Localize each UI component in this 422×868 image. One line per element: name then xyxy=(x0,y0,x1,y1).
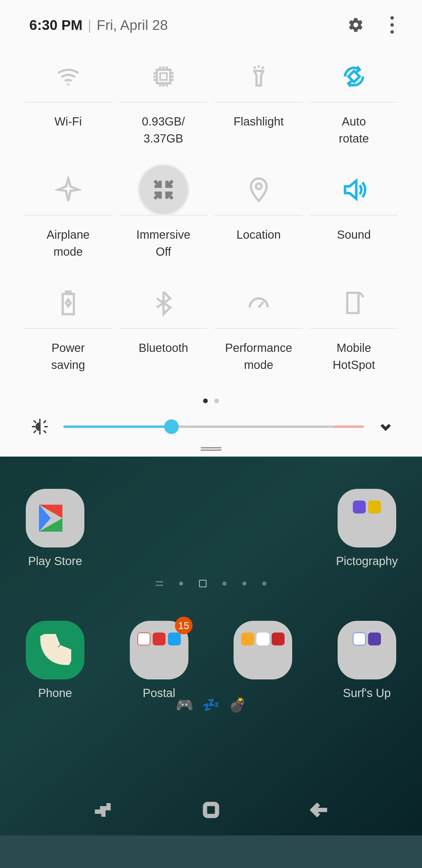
folder-icon xyxy=(337,621,396,679)
chip-icon xyxy=(150,63,177,90)
app-phone[interactable]: Phone xyxy=(23,621,87,700)
brightness-slider[interactable] xyxy=(63,426,364,428)
page-dot xyxy=(203,399,208,403)
autorotate-icon xyxy=(340,63,367,90)
page-dot xyxy=(214,399,219,403)
tile-label: Flashlight xyxy=(234,113,284,147)
navigation-bar xyxy=(0,785,422,835)
bluetooth-icon xyxy=(150,289,177,316)
folder-icon: 15 xyxy=(130,621,188,679)
back-button[interactable] xyxy=(310,800,331,822)
flashlight-icon xyxy=(245,63,272,90)
quick-settings-panel: 6:30 PM | Fri, April 28 Wi-Fi 0.93GB/ 3.… xyxy=(0,0,422,457)
app-folder[interactable] xyxy=(231,621,295,700)
svg-point-0 xyxy=(67,83,69,86)
tile-flashlight[interactable]: Flashlight xyxy=(211,51,306,164)
dock: Phone 15 Postal Surf's Up xyxy=(0,621,422,700)
svg-rect-3 xyxy=(349,71,360,82)
location-icon xyxy=(245,176,272,203)
panel-handle[interactable] xyxy=(0,447,422,457)
collapse-icon xyxy=(150,176,177,203)
tile-powersave[interactable]: Power saving xyxy=(21,278,116,391)
tile-label: Mobile HotSpot xyxy=(333,339,375,373)
folder-icon xyxy=(234,621,292,679)
phone-icon xyxy=(26,621,85,679)
app-label: Play Store xyxy=(28,555,83,568)
app-surfsup[interactable]: Surf's Up xyxy=(335,621,399,700)
svg-rect-6 xyxy=(205,804,217,816)
gauge-icon xyxy=(245,289,272,316)
tile-location[interactable]: Location xyxy=(211,164,306,278)
tile-label: Performance mode xyxy=(225,339,292,373)
tile-label: 0.93GB/ 3.37GB xyxy=(142,113,185,147)
tile-sound[interactable]: Sound xyxy=(306,164,401,278)
app-postal[interactable]: 15 Postal xyxy=(127,621,191,700)
brightness-row xyxy=(0,415,422,447)
svg-rect-2 xyxy=(160,73,167,80)
tile-label: Location xyxy=(236,226,281,260)
folder-icon xyxy=(337,489,396,548)
svg-rect-5 xyxy=(62,294,73,314)
notification-badge: 15 xyxy=(175,617,193,634)
svg-rect-1 xyxy=(157,70,170,83)
home-screen: Play Store Pictography Phone 15 Postal xyxy=(0,457,422,835)
hotspot-icon xyxy=(340,289,367,316)
separator: | xyxy=(83,17,96,33)
wifi-icon xyxy=(55,63,82,90)
home-button[interactable] xyxy=(201,800,221,822)
svg-point-4 xyxy=(256,184,261,189)
app-pictography[interactable]: Pictography xyxy=(335,489,399,568)
sound-icon xyxy=(340,176,367,203)
tile-label: Wi-Fi xyxy=(55,113,82,147)
tile-autorotate[interactable]: Auto rotate xyxy=(306,51,401,164)
battery-icon xyxy=(55,289,82,316)
app-playstore[interactable]: Play Store xyxy=(23,489,87,568)
tile-bluetooth[interactable]: Bluetooth xyxy=(116,278,211,391)
expand-brightness-icon[interactable] xyxy=(379,420,393,434)
tile-label: Sound xyxy=(337,226,371,260)
tile-label: Airplane mode xyxy=(46,226,90,260)
app-label: Pictography xyxy=(336,555,398,568)
tile-label: Power saving xyxy=(51,339,85,373)
slider-thumb[interactable] xyxy=(164,419,179,434)
tile-airplane[interactable]: Airplane mode xyxy=(21,164,116,278)
tile-performance[interactable]: Performance mode xyxy=(211,278,306,391)
panel-header: 6:30 PM | Fri, April 28 xyxy=(0,16,422,45)
status-emoji-row: 🎮💤💣 xyxy=(0,696,422,713)
tile-ram[interactable]: 0.93GB/ 3.37GB xyxy=(116,51,211,164)
tile-label: Bluetooth xyxy=(139,339,188,373)
clock: 6:30 PM xyxy=(29,17,83,33)
tile-hotspot[interactable]: Mobile HotSpot xyxy=(306,278,401,391)
tile-label: Immersive Off xyxy=(136,226,190,260)
more-options-icon[interactable] xyxy=(390,16,394,34)
airplane-icon xyxy=(55,176,82,203)
home-row-1: Play Store Pictography xyxy=(0,489,422,568)
settings-icon[interactable] xyxy=(348,17,364,33)
recents-button[interactable] xyxy=(91,800,112,822)
tile-wifi[interactable]: Wi-Fi xyxy=(21,51,116,164)
page-indicator[interactable] xyxy=(0,397,422,415)
playstore-icon xyxy=(26,489,85,548)
home-page-indicator[interactable] xyxy=(156,580,266,587)
date: Fri, April 28 xyxy=(97,17,168,33)
tile-label: Auto rotate xyxy=(339,113,369,147)
tile-immersive[interactable]: Immersive Off xyxy=(116,164,211,278)
brightness-icon xyxy=(31,418,48,435)
tiles-grid: Wi-Fi 0.93GB/ 3.37GB Flashlight Auto rot… xyxy=(0,45,422,397)
